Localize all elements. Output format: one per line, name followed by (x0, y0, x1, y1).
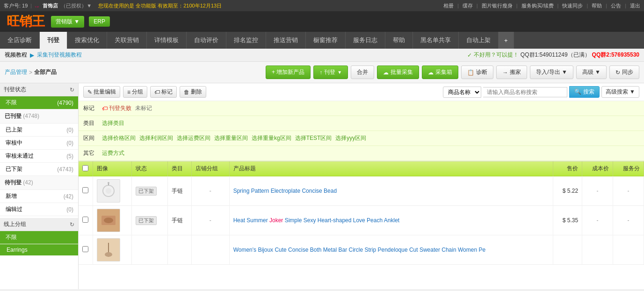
product-title[interactable]: Women's Bijoux Cute Concise Both Metal B… (233, 247, 485, 253)
row-checkbox-cell (79, 206, 93, 235)
btn-advanced-search[interactable]: 高级搜索 ▼ (601, 86, 639, 98)
tab-blacklist[interactable]: 黑名单共享 (413, 32, 459, 49)
sidebar-item-name: 审核中 (6, 139, 22, 147)
search-select[interactable]: 商品名称 (443, 87, 481, 98)
filter-label-other: 其它 (83, 149, 102, 157)
video-icon: ▶ (30, 52, 34, 58)
btn-bulk-edit[interactable]: ✎ 批量编辑 (83, 86, 120, 98)
btn-import-export[interactable]: 导入/导出 ▼ (530, 65, 573, 79)
cloud-icon: ☁ (383, 69, 389, 76)
product-title[interactable]: Spring Pattern Electroplate Concise Bead (233, 188, 337, 194)
row-checkbox[interactable] (82, 187, 88, 193)
sidebar-group-earrings[interactable]: Earrings (0, 244, 78, 255)
row-checkbox[interactable] (82, 217, 88, 223)
svg-point-3 (108, 182, 109, 184)
filter-row-mark: 标记 🏷 刊登失败 未标记 (79, 101, 644, 116)
top-bar: 客户号: 19 | 🗤 首饰店 （已授权）▼ 您现在使用的是 全功能版 有效期至… (0, 0, 644, 11)
sidebar-item-unlimited[interactable]: 不限 (4790) (0, 96, 78, 109)
tab-quandian[interactable]: 全店诊断 (0, 32, 40, 49)
row-price-cell (553, 235, 582, 265)
row-checkbox-cell (79, 176, 93, 206)
link-logout[interactable]: 退出 (630, 2, 640, 9)
sidebar-online-group-refresh[interactable]: ↻ (70, 221, 74, 228)
link-cache[interactable]: 缓存 (463, 2, 473, 9)
sidebar-refresh-icon[interactable]: ↻ (70, 87, 74, 93)
filter-link-category[interactable]: 选择类目 (102, 119, 124, 127)
account-label: 客户号: 19 (4, 2, 28, 9)
sidebar-item-on-shelf[interactable]: 已上架 (0) (0, 124, 78, 137)
btn-advanced[interactable]: 高级 ▼ (576, 65, 607, 79)
select-all-checkbox[interactable] (82, 165, 88, 171)
filter-link-freight-range[interactable]: 选择运费区间 (177, 134, 210, 142)
nav-tabs: 全店诊断 刊登 搜索优化 关联营销 详情模板 自动评价 排名监控 推送营销 橱窗… (0, 32, 644, 49)
tab-related[interactable]: 关联营销 (107, 32, 147, 49)
filter-tag-fail[interactable]: 🏷 刊登失败 (102, 104, 131, 112)
row-checkbox[interactable] (82, 246, 88, 252)
btn-group[interactable]: ≡ 分组 (123, 86, 147, 98)
tab-rank[interactable]: 排名监控 (226, 32, 266, 49)
sidebar-item-off-shelf[interactable]: 已下架 (4743) (0, 163, 78, 176)
filter-link-price-range[interactable]: 选择价格区间 (102, 134, 136, 142)
filter-toolbar: ✎ 批量编辑 ≡ 分组 🏷 标记 🗑 删除 商品名称 (79, 83, 644, 101)
link-album[interactable]: 相册 (443, 2, 454, 9)
link-help[interactable]: 帮助 (592, 2, 602, 9)
filter-link-yyy-range[interactable]: 选择yyy区间 (335, 134, 366, 142)
row-cost-cell: - (582, 176, 613, 206)
move-label: 搬家 (510, 68, 521, 76)
tab-service-log[interactable]: 服务日志 (346, 32, 385, 49)
btn-sync[interactable]: ↻ 同步 (609, 65, 639, 79)
tab-push[interactable]: 推送营销 (266, 32, 306, 49)
sidebar-item-count: (4743) (57, 166, 73, 173)
filter-link-freight[interactable]: 运费方式 (102, 149, 124, 157)
btn-diagnose[interactable]: 📋 诊断 (461, 65, 493, 79)
tab-publish[interactable]: 刊登 (40, 32, 67, 49)
btn-publish[interactable]: ↑ 刊登 ▼ (313, 65, 348, 79)
link-imgbank[interactable]: 图片银行瘦身 (482, 2, 513, 9)
link-notice[interactable]: 公告 (611, 2, 621, 9)
btn-erp[interactable]: ERP (89, 16, 110, 27)
row-checkbox-cell (79, 235, 93, 265)
filter-tag-unmarked[interactable]: 未标记 (135, 104, 152, 112)
btn-add-product[interactable]: + 增加新产品 (266, 65, 311, 79)
btn-merge[interactable]: 合并 (351, 65, 374, 79)
product-image (97, 209, 120, 232)
breadcrumb-root[interactable]: 产品管理 (5, 68, 27, 76)
btn-move[interactable]: → 搬家 (496, 65, 527, 79)
sidebar-item-name: 审核未通过 (6, 152, 34, 160)
link-fastsync[interactable]: 快速同步 (562, 2, 583, 9)
sidebar-group-unlimited[interactable]: 不限 (0, 231, 78, 244)
filter-link-test-range[interactable]: 选择TEST区间 (295, 134, 332, 142)
video-link[interactable]: 采集刊登视频教程 (37, 51, 82, 59)
sidebar-item-reviewing[interactable]: 审核中 (0) (0, 137, 78, 150)
search-input[interactable] (483, 87, 567, 97)
tab-auto-list[interactable]: 自动上架 (459, 32, 499, 49)
tab-detail-template[interactable]: 详情模板 (147, 32, 187, 49)
btn-delete[interactable]: 🗑 删除 (180, 86, 206, 98)
row-category-cell: 手链 (167, 176, 191, 206)
sidebar-item-edited[interactable]: 编辑过 (0) (0, 203, 78, 216)
th-image: 图像 (93, 161, 131, 176)
th-service: 服务分 (613, 161, 644, 176)
tab-showcase[interactable]: 橱窗推荐 (306, 32, 346, 49)
sidebar-item-new[interactable]: 新增 (42) (0, 190, 78, 203)
btn-search[interactable]: 🔍 搜索 (569, 86, 599, 98)
btn-collect-box[interactable]: ☁ 采集箱 (422, 65, 458, 79)
sidebar-item-review-failed[interactable]: 审核未通过 (5) (0, 150, 78, 163)
tab-auto-eval[interactable]: 自动评价 (187, 32, 226, 49)
qq1-text: QQ群1:549011249（已满） (521, 51, 590, 59)
tab-search-opt[interactable]: 搜索优化 (67, 32, 107, 49)
video-label: 视频教程 (5, 51, 27, 59)
breadcrumb: 产品管理 > 全部产品 (5, 68, 57, 76)
tab-help[interactable]: 帮助 (385, 32, 413, 49)
filter-link-weight-kg-range[interactable]: 选择重量kg区间 (252, 134, 291, 142)
link-service[interactable]: 服务购买/续费 (521, 2, 554, 9)
filter-link-weight-range[interactable]: 选择重量区间 (214, 134, 248, 142)
btn-mark[interactable]: 🏷 标记 (150, 86, 177, 98)
product-title[interactable]: Heat Summer Joker Simple Sexy Heart-shap… (233, 217, 400, 224)
sidebar-published-label: 已刊登 (4748) (0, 109, 78, 124)
filter-link-profit-range[interactable]: 选择利润区间 (139, 134, 173, 142)
sidebar-pending-label: 待刊登 (42) (0, 176, 78, 190)
tab-plus[interactable]: + (499, 32, 514, 49)
btn-marketing[interactable]: 营销版 ▼ (51, 16, 84, 28)
btn-bulk-collect[interactable]: ☁ 批量采集 (377, 65, 419, 79)
